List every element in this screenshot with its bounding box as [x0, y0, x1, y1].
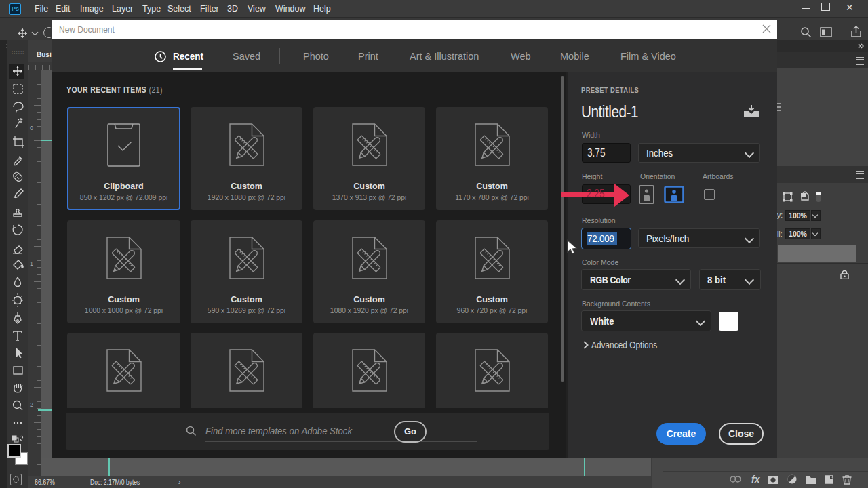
svg-text:fx: fx — [751, 474, 761, 485]
